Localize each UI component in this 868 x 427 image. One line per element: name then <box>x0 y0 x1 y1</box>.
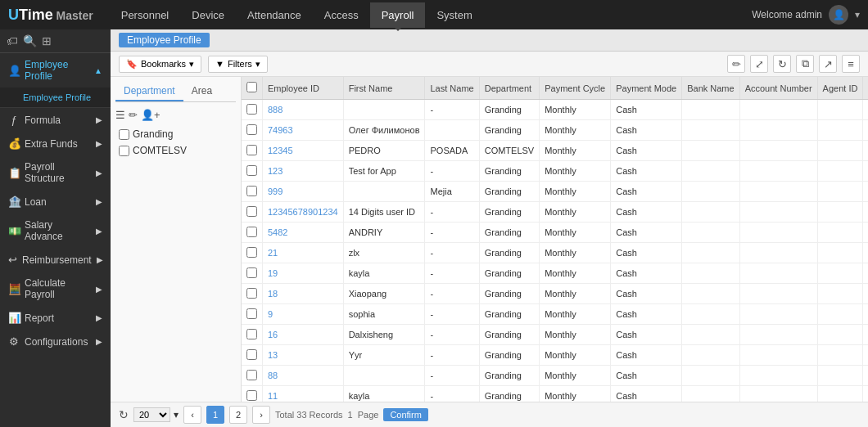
refresh-button[interactable]: ↻ <box>119 408 129 421</box>
breadcrumb-bar: Employee Profile <box>111 29 868 52</box>
employee-id-cell[interactable]: 16 <box>263 325 344 345</box>
refresh-toolbar-icon[interactable]: ↻ <box>773 55 791 73</box>
row-select-checkbox[interactable] <box>246 329 257 339</box>
prev-page-button[interactable]: ‹ <box>183 406 201 424</box>
table-row: 21 zlx - Granding Monthly Cash ✎ <box>242 243 868 263</box>
nav-access[interactable]: Access <box>313 2 370 28</box>
table-row: 12345678901234 14 Digits user ID - Grand… <box>242 202 868 222</box>
row-select-checkbox[interactable] <box>246 227 257 237</box>
nav-attendance[interactable]: Attendance <box>236 2 313 28</box>
sidebar-item-employee-profile[interactable]: 👤 Employee Profile ▲ <box>0 53 111 88</box>
agent-id-cell <box>817 120 863 141</box>
row-select-checkbox[interactable] <box>246 370 257 380</box>
tree-granding[interactable]: Granding <box>115 126 236 142</box>
edit-toolbar-icon[interactable]: ✏ <box>727 55 745 73</box>
employee-id-cell[interactable]: 888 <box>263 100 344 120</box>
add-user-icon[interactable]: 👤+ <box>141 109 160 121</box>
edit-lp-icon[interactable]: ✏ <box>129 109 138 121</box>
row-select-checkbox[interactable] <box>246 390 257 401</box>
department-cell: Granding <box>479 182 540 202</box>
row-select-checkbox[interactable] <box>246 186 257 196</box>
arrow-right-icon5: ▶ <box>96 227 102 236</box>
department-cell: Granding <box>479 161 540 182</box>
list-icon[interactable]: ☰ <box>115 109 125 121</box>
row-select-checkbox[interactable] <box>246 165 257 176</box>
employee-id-cell[interactable]: 9 <box>263 304 344 325</box>
table-row: 9 sophia - Granding Monthly Cash ✎ <box>242 304 868 325</box>
sidebar-item-extra-funds[interactable]: 💰 Extra Funds ▶ <box>0 132 111 155</box>
sidebar-item-report[interactable]: 📊 Report ▶ <box>0 306 111 330</box>
first-name-cell: kayla <box>343 263 425 284</box>
payment-mode-cell: Cash <box>611 345 682 366</box>
grid-icon[interactable]: ⊞ <box>42 34 52 47</box>
sidebar-item-reimbursement[interactable]: ↩ Reimbursement ▶ <box>0 248 111 272</box>
page-2-button[interactable]: 2 <box>229 406 247 424</box>
employee-id-cell[interactable]: 11 <box>263 386 344 402</box>
share-icon[interactable]: ↗ <box>819 55 837 73</box>
employee-id-cell[interactable]: 21 <box>263 243 344 263</box>
department-cell: Granding <box>479 222 540 243</box>
employee-id-cell[interactable]: 13 <box>263 345 344 366</box>
comtelsv-checkbox[interactable] <box>119 146 129 156</box>
confirm-button[interactable]: Confirm <box>383 408 428 421</box>
employee-id-cell[interactable]: 12345 <box>263 141 344 161</box>
bookmarks-button[interactable]: 🔖 Bookmarks ▾ <box>119 56 201 73</box>
tag-icon[interactable]: 🏷 <box>7 34 18 47</box>
page-size-select[interactable]: 20 50 100 <box>133 407 170 422</box>
employee-id-cell[interactable]: 18 <box>263 284 344 304</box>
tree-comtelsv[interactable]: COMTELSV <box>115 142 236 159</box>
employee-id-cell[interactable]: 5482 <box>263 222 344 243</box>
search-icon[interactable]: 🔍 <box>23 34 37 47</box>
row-select-checkbox[interactable] <box>246 104 257 115</box>
next-page-button[interactable]: › <box>252 406 270 424</box>
chevron-down-icon[interactable]: ▾ <box>855 9 860 20</box>
employee-id-cell[interactable]: 74963 <box>263 120 344 141</box>
payment-cycle-cell: Monthly <box>540 386 611 402</box>
employee-id-cell[interactable]: 12345678901234 <box>263 202 344 222</box>
last-name-cell: - <box>425 222 479 243</box>
sidebar-item-salary-advance[interactable]: 💵 Salary Advance ▶ <box>0 214 111 248</box>
sidebar-item-calculate-payroll[interactable]: 🧮 Calculate Payroll ▶ <box>0 272 111 306</box>
sidebar-sub-employee-profile[interactable]: Employee Profile <box>0 88 111 107</box>
agent-id-cell <box>817 366 863 386</box>
employee-id-cell[interactable]: 19 <box>263 263 344 284</box>
sidebar-item-payroll-structure[interactable]: 📋 Payroll Structure ▶ <box>0 155 111 190</box>
sidebar: 🏷 🔍 ⊞ 👤 Employee Profile ▲ Employee Prof… <box>0 29 111 427</box>
col-last-name: Last Name <box>425 77 479 100</box>
row-select-checkbox[interactable] <box>246 267 257 278</box>
salary-advance-icon: 💵 <box>8 225 20 237</box>
user-avatar-button[interactable]: 👤 <box>829 5 848 25</box>
row-select-checkbox[interactable] <box>246 288 257 299</box>
row-select-checkbox[interactable] <box>246 124 257 135</box>
page-size-arrow: ▾ <box>174 409 179 420</box>
nav-device[interactable]: Device <box>180 2 236 28</box>
copy-icon[interactable]: ⧉ <box>796 55 814 73</box>
row-select-checkbox[interactable] <box>246 206 257 217</box>
breadcrumb-tab[interactable]: Employee Profile <box>119 33 210 47</box>
employee-table: Employee ID First Name Last Name Departm… <box>242 77 868 402</box>
more-icon[interactable]: ≡ <box>842 55 860 73</box>
page-1-button[interactable]: 1 <box>206 406 224 424</box>
loan-icon: 🏦 <box>8 196 20 208</box>
row-select-checkbox[interactable] <box>246 349 257 360</box>
employee-id-cell[interactable]: 88 <box>263 366 344 386</box>
tab-area[interactable]: Area <box>183 82 220 101</box>
sidebar-item-loan[interactable]: 🏦 Loan ▶ <box>0 190 111 214</box>
tab-department[interactable]: Department <box>115 82 183 101</box>
row-select-checkbox[interactable] <box>246 145 257 155</box>
employee-id-cell[interactable]: 999 <box>263 182 344 202</box>
nav-personnel[interactable]: Personnel <box>110 2 181 28</box>
arrow-right-icon: ▶ <box>96 115 102 124</box>
agent-id-cell <box>817 141 863 161</box>
row-select-checkbox[interactable] <box>246 308 257 319</box>
granding-checkbox[interactable] <box>119 129 129 140</box>
nav-payroll[interactable]: Payroll <box>370 2 426 28</box>
employee-id-cell[interactable]: 123 <box>263 161 344 182</box>
row-select-checkbox[interactable] <box>246 247 257 258</box>
filters-button[interactable]: ▼ Filters ▾ <box>208 56 268 73</box>
sidebar-item-configurations[interactable]: ⚙ Configurations ▶ <box>0 330 111 353</box>
select-all-checkbox[interactable] <box>246 82 257 92</box>
expand-icon[interactable]: ⤢ <box>750 55 768 73</box>
nav-system[interactable]: System <box>425 2 483 28</box>
sidebar-item-formula[interactable]: ƒ Formula ▶ <box>0 108 111 132</box>
